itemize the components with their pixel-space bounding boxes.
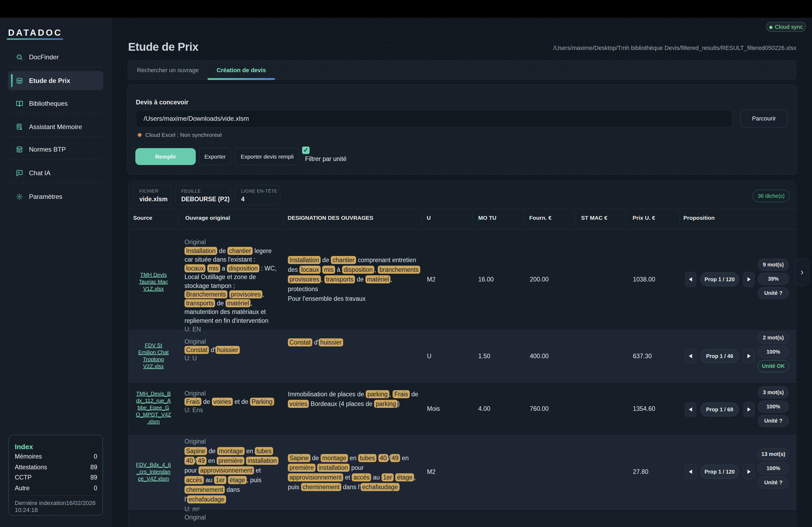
svg-text:€: € — [19, 80, 21, 83]
